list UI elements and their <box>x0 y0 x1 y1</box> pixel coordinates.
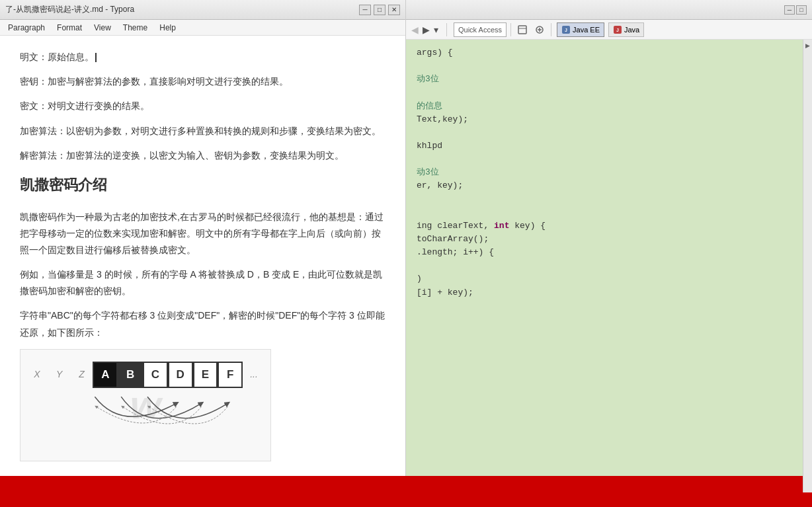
code-line-7 <box>417 126 801 139</box>
eclipse-restore-button[interactable]: □ <box>796 5 807 15</box>
code-line-16: .length; i++) { <box>417 246 801 259</box>
letter-b-box: B <box>118 362 143 388</box>
code-line-4 <box>417 86 801 99</box>
svg-text:J: J <box>616 28 619 32</box>
content-para3: 字符串"ABC"的每个字符都右移 3 位则变成"DEF"，解密的时候"DEF"的… <box>20 307 386 340</box>
code-line-6: Text,key); <box>417 113 801 126</box>
code-line-11: er, key); <box>417 179 801 192</box>
content-heading: 凯撒密码介绍 <box>20 172 386 198</box>
eclipse-toolbar: ◀ ▶ ▾ Quick Access <box>406 20 812 40</box>
dropdown-arrow-icon[interactable]: ▾ <box>432 23 440 36</box>
code-line-12 <box>417 193 801 206</box>
code-line-3: 动3位 <box>417 73 801 86</box>
quick-access-label: Quick Access <box>458 26 502 34</box>
code-line-17 <box>417 259 801 272</box>
typora-menubar: Paragraph Format View Theme Help <box>0 20 405 36</box>
menu-help[interactable]: Help <box>154 22 181 34</box>
content-mingwen: 明文：原始信息。 <box>20 49 386 65</box>
restore-button[interactable]: □ <box>374 5 386 15</box>
letter-f-box: F <box>218 362 243 388</box>
toolbar-icon-1[interactable] <box>515 22 530 37</box>
eclipse-titlebar: ─ □ <box>406 0 812 20</box>
close-button[interactable]: ✕ <box>388 5 400 15</box>
perspective-java[interactable]: J Java <box>608 22 644 37</box>
code-line-15: toCharArray(); <box>417 233 801 246</box>
typora-titlebar: 了-从凯撒密码说起-讲义.md - Typora ─ □ ✕ <box>0 0 405 20</box>
cipher-arrows-svg <box>20 393 270 446</box>
code-line-10: 动3位 <box>417 166 801 179</box>
quick-access-box[interactable]: Quick Access <box>454 22 507 37</box>
code-line-1: args) { <box>417 46 801 59</box>
letter-z: Z <box>71 363 93 387</box>
eclipse-panel: ─ □ ◀ ▶ ▾ Quick Access <box>406 0 812 507</box>
typora-title: 了-从凯撒密码说起-讲义.md - Typora <box>5 4 134 15</box>
caesar-cipher-diagram: w X Y Z A B C D E F ... <box>20 349 271 461</box>
typora-window-controls: ─ □ ✕ <box>359 5 400 15</box>
code-line-5: 的信息 <box>417 100 801 113</box>
svg-text:J: J <box>565 28 567 32</box>
menu-view[interactable]: View <box>89 22 116 34</box>
code-line-19: [i] + key); <box>417 286 801 299</box>
letter-d-box: D <box>168 362 193 388</box>
nav-arrows: ◀ ▶ ▾ <box>410 23 440 36</box>
content-para2: 例如，当偏移量是 3 的时候，所有的字母 A 将被替换成 D，B 变成 E，由此… <box>20 266 386 299</box>
content-text: 明文：原始信息。 密钥：加密与解密算法的参数，直接影响对明文进行变换的结果。 密… <box>20 49 386 461</box>
toolbar-separator-2 <box>510 23 511 36</box>
perspective-java-label: Java <box>624 26 639 34</box>
perspective-java-ee-label: Java EE <box>573 26 600 34</box>
code-line-14: ing clearText, int key) { <box>417 219 801 233</box>
letter-x: X <box>26 363 48 387</box>
content-para1: 凯撒密码作为一种最为古老的加密技术,在古罗马的时候都已经很流行，他的基想是：通过… <box>20 209 386 259</box>
toolbar-icon-2[interactable] <box>532 22 547 37</box>
eclipse-minimize-button[interactable]: ─ <box>784 5 795 15</box>
content-jiami: 加密算法：以密钥为参数，对明文进行多种置换和转换的规则和步骤，变换结果为密文。 <box>20 123 386 139</box>
letter-ellipsis: ... <box>243 363 265 387</box>
menu-format[interactable]: Format <box>52 22 87 34</box>
letter-a-box: A <box>93 362 118 388</box>
typora-content[interactable]: 明文：原始信息。 密钥：加密与解密算法的参数，直接影响对明文进行变换的结果。 密… <box>0 36 405 492</box>
letter-e-box: E <box>193 362 218 388</box>
code-content: args) { 动3位 的信息 Text,key); khlpd 动3位 er,… <box>406 40 812 306</box>
collapse-icon: ▶ <box>805 42 810 49</box>
menu-theme[interactable]: Theme <box>118 22 153 34</box>
content-miyao: 密钥：加密与解密算法的参数，直接影响对明文进行变换的结果。 <box>20 73 386 90</box>
letter-y: Y <box>48 363 71 387</box>
toolbar-separator-3 <box>551 23 551 36</box>
perspective-java-ee[interactable]: J Java EE <box>557 22 604 37</box>
toolbar-separator-1 <box>446 23 447 36</box>
code-line-13 <box>417 206 801 219</box>
minimize-button[interactable]: ─ <box>359 5 371 15</box>
menu-paragraph[interactable]: Paragraph <box>3 22 50 34</box>
code-line-18: ) <box>417 272 801 286</box>
code-line-2 <box>417 59 801 73</box>
content-jiemi: 解密算法：加密算法的逆变换，以密文为输入、密钥为参数，变换结果为明文。 <box>20 147 386 164</box>
letter-c-box: C <box>143 362 168 388</box>
collapse-panel-button[interactable]: ▶ <box>803 40 812 492</box>
forward-arrow-icon[interactable]: ▶ <box>421 23 431 36</box>
eclipse-code-area[interactable]: ▶ args) { 动3位 的信息 Text,key); khlpd 动3位 e… <box>406 40 812 492</box>
svg-rect-0 <box>518 26 526 34</box>
bottom-red-bar <box>0 476 812 507</box>
code-line-8: khlpd <box>417 139 801 153</box>
back-arrow-icon[interactable]: ◀ <box>410 23 420 36</box>
content-miwen: 密文：对明文进行变换的结果。 <box>20 98 386 114</box>
typora-panel: 了-从凯撒密码说起-讲义.md - Typora ─ □ ✕ Paragraph… <box>0 0 406 507</box>
code-line-9 <box>417 153 801 166</box>
